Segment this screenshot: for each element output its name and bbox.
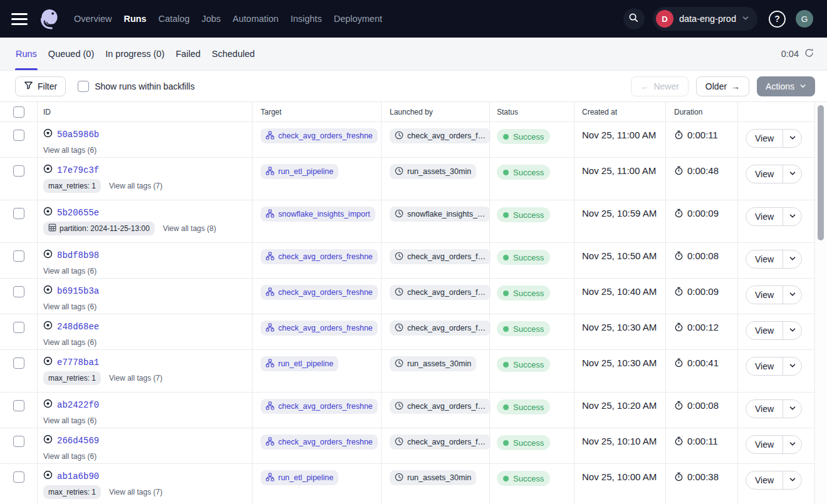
view-dropdown-button[interactable] <box>783 322 801 339</box>
view-dropdown-button[interactable] <box>783 286 801 304</box>
row-checkbox[interactable] <box>13 286 24 297</box>
tab-queued-0[interactable]: Queued (0) <box>48 38 95 70</box>
view-button[interactable]: View <box>746 208 783 225</box>
menu-icon[interactable] <box>11 13 28 25</box>
tab-failed[interactable]: Failed <box>175 38 202 70</box>
tab-runs[interactable]: Runs <box>15 38 38 70</box>
view-all-tags-link[interactable]: View all tags (6) <box>43 302 96 311</box>
launched-by-chip[interactable]: check_avg_orders_f… <box>390 285 491 300</box>
view-dropdown-button[interactable] <box>783 471 801 489</box>
view-button[interactable]: View <box>746 357 783 375</box>
launched-by-chip[interactable]: run_assets_30min <box>390 470 476 485</box>
view-button[interactable]: View <box>746 436 783 453</box>
actions-button[interactable]: Actions <box>757 76 815 96</box>
older-button[interactable]: Older → <box>696 76 749 96</box>
search-button[interactable] <box>623 8 645 29</box>
view-button[interactable]: View <box>746 322 783 339</box>
launched-by-chip[interactable]: check_avg_orders_f… <box>390 399 491 414</box>
view-all-tags-link[interactable]: View all tags (6) <box>43 416 96 425</box>
view-dropdown-button[interactable] <box>783 165 801 183</box>
view-button[interactable]: View <box>746 400 783 418</box>
target-chip[interactable]: run_etl_pipeline <box>261 356 338 371</box>
newer-button[interactable]: ← Newer <box>631 76 688 96</box>
row-checkbox[interactable] <box>13 322 24 333</box>
run-id-link[interactable]: 8bdf8b98 <box>57 250 99 260</box>
view-dropdown-button[interactable] <box>783 130 801 147</box>
topnav-item-catalog[interactable]: Catalog <box>159 14 190 24</box>
run-id-link[interactable]: 266d4569 <box>57 436 99 446</box>
run-id-link[interactable]: e7778ba1 <box>57 357 99 368</box>
view-all-tags-link[interactable]: View all tags (7) <box>109 182 162 190</box>
launched-by-chip[interactable]: run_assets_30min <box>390 164 476 179</box>
dagster-logo-icon[interactable] <box>38 8 61 31</box>
view-button[interactable]: View <box>746 286 783 304</box>
row-checkbox[interactable] <box>13 357 24 369</box>
topnav-item-overview[interactable]: Overview <box>74 14 112 24</box>
row-checkbox[interactable] <box>13 471 24 483</box>
view-dropdown-button[interactable] <box>783 208 801 225</box>
run-id-link[interactable]: ab2422f0 <box>57 400 99 410</box>
workspace-switcher[interactable]: D data-eng-prod <box>653 7 757 31</box>
row-checkbox[interactable] <box>13 436 24 447</box>
row-checkbox[interactable] <box>13 250 24 262</box>
filter-button[interactable]: Filter <box>15 76 66 96</box>
view-all-tags-link[interactable]: View all tags (7) <box>109 374 162 383</box>
backfills-checkbox[interactable] <box>78 81 89 92</box>
target-chip[interactable]: check_avg_orders_freshne <box>261 399 378 414</box>
view-button[interactable]: View <box>746 250 783 268</box>
view-dropdown-button[interactable] <box>783 250 801 268</box>
launched-by-chip[interactable]: run_assets_30min <box>390 356 476 371</box>
help-icon[interactable]: ? <box>769 11 786 28</box>
row-checkbox[interactable] <box>13 130 24 141</box>
target-chip[interactable]: run_etl_pipeline <box>261 470 338 485</box>
launched-by-chip[interactable]: check_avg_orders_f… <box>390 128 491 143</box>
launched-by-chip[interactable]: check_avg_orders_f… <box>390 321 491 336</box>
run-id-link[interactable]: 5b20655e <box>57 208 99 218</box>
target-chip[interactable]: check_avg_orders_freshne <box>261 321 378 336</box>
tag-pill[interactable]: max_retries: 1 <box>43 371 101 385</box>
target-chip[interactable]: snowflake_insights_import <box>261 207 375 222</box>
tag-pill[interactable]: max_retries: 1 <box>43 485 101 499</box>
view-all-tags-link[interactable]: View all tags (6) <box>43 452 96 461</box>
tag-pill[interactable]: max_retries: 1 <box>43 179 101 193</box>
refresh-icon[interactable] <box>804 48 814 61</box>
topnav-item-deployment[interactable]: Deployment <box>334 14 382 24</box>
topnav-item-runs[interactable]: Runs <box>123 14 146 24</box>
tab-scheduled[interactable]: Scheduled <box>211 38 256 70</box>
select-all-checkbox[interactable] <box>13 106 24 118</box>
target-chip[interactable]: check_avg_orders_freshne <box>261 285 378 300</box>
tab-in-progress-0[interactable]: In progress (0) <box>105 38 165 70</box>
view-all-tags-link[interactable]: View all tags (6) <box>43 146 96 155</box>
view-all-tags-link[interactable]: View all tags (8) <box>163 224 216 233</box>
avatar[interactable]: G <box>796 10 813 28</box>
topnav-item-automation[interactable]: Automation <box>232 14 278 24</box>
view-button[interactable]: View <box>746 471 783 489</box>
view-dropdown-button[interactable] <box>783 357 801 375</box>
run-id-link[interactable]: 248d68ee <box>57 322 99 332</box>
target-chip[interactable]: check_avg_orders_freshne <box>261 128 378 143</box>
tag-pill[interactable]: partition: 2024-11-25-13:00 <box>43 222 155 235</box>
topnav-item-insights[interactable]: Insights <box>291 14 322 24</box>
scrollbar-track[interactable] <box>814 102 827 504</box>
view-all-tags-link[interactable]: View all tags (6) <box>43 267 96 275</box>
row-checkbox[interactable] <box>13 165 24 177</box>
topnav-item-jobs[interactable]: Jobs <box>202 14 221 24</box>
launched-by-chip[interactable]: check_avg_orders_f… <box>390 249 491 264</box>
launched-by-chip[interactable]: snowflake_insights_… <box>390 207 490 222</box>
row-checkbox[interactable] <box>13 400 24 411</box>
view-all-tags-link[interactable]: View all tags (7) <box>109 488 162 496</box>
run-id-link[interactable]: ab1a6b90 <box>57 471 99 481</box>
scrollbar-thumb[interactable] <box>818 105 824 240</box>
target-chip[interactable]: check_avg_orders_freshne <box>261 435 378 450</box>
target-chip[interactable]: check_avg_orders_freshne <box>261 249 378 264</box>
view-dropdown-button[interactable] <box>783 400 801 418</box>
run-id-link[interactable]: 17e79c3f <box>57 165 99 175</box>
row-checkbox[interactable] <box>13 208 24 219</box>
view-button[interactable]: View <box>746 130 783 147</box>
run-id-link[interactable]: 50a5986b <box>57 130 99 140</box>
run-id-link[interactable]: b6915b3a <box>57 286 99 296</box>
view-all-tags-link[interactable]: View all tags (6) <box>43 338 96 347</box>
view-dropdown-button[interactable] <box>783 436 801 453</box>
launched-by-chip[interactable]: check_avg_orders_f… <box>390 435 491 450</box>
view-button[interactable]: View <box>746 165 783 183</box>
